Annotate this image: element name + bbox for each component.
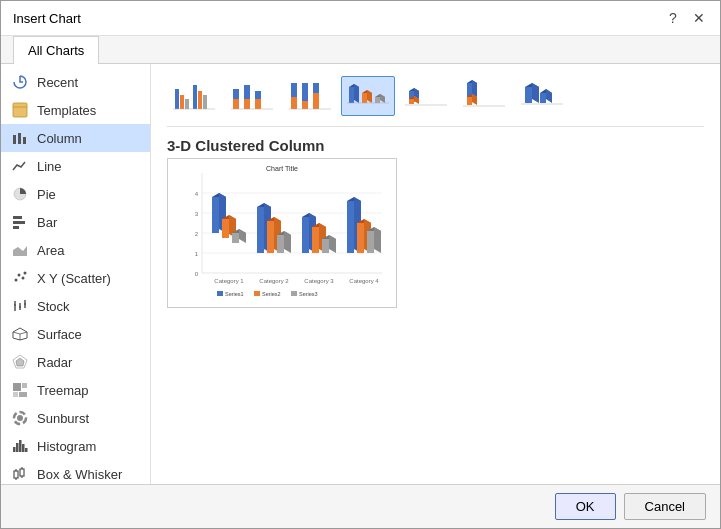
svg-rect-153 [217, 291, 223, 296]
svg-rect-138 [322, 239, 329, 253]
svg-text:Series1: Series1 [225, 291, 244, 297]
svg-rect-157 [291, 291, 297, 296]
sidebar-item-recent[interactable]: Recent [1, 68, 150, 96]
sidebar-label-line: Line [37, 159, 62, 174]
treemap-icon [11, 381, 29, 399]
sidebar-item-stock[interactable]: Stock [1, 292, 150, 320]
selected-chart-section: 3-D Clustered Column 0 1 2 [167, 137, 704, 308]
sidebar-label-bar: Bar [37, 215, 57, 230]
svg-text:4: 4 [195, 191, 199, 197]
svg-rect-35 [25, 448, 28, 452]
svg-rect-58 [244, 85, 250, 99]
svg-rect-34 [22, 444, 25, 452]
svg-rect-147 [367, 231, 374, 253]
ok-button[interactable]: OK [555, 493, 616, 520]
stock-icon [11, 297, 29, 315]
svg-point-29 [17, 415, 23, 421]
svg-point-10 [15, 279, 18, 282]
svg-rect-25 [13, 383, 21, 391]
sidebar-label-templates: Templates [37, 103, 96, 118]
svg-rect-56 [233, 89, 239, 99]
svg-rect-26 [22, 383, 27, 388]
sidebar-item-area[interactable]: Area [1, 236, 150, 264]
sidebar-label-histogram: Histogram [37, 439, 96, 454]
chart-thumb-1[interactable] [225, 76, 279, 116]
chart-preview: 0 1 2 3 4 Chart Title [167, 158, 397, 308]
svg-text:Category 4: Category 4 [349, 278, 379, 284]
sidebar-item-radar[interactable]: Radar [1, 348, 150, 376]
column-icon [11, 129, 29, 147]
dialog-title: Insert Chart [13, 11, 81, 26]
svg-rect-120 [232, 233, 239, 243]
sidebar-item-sunburst[interactable]: Sunburst [1, 404, 150, 432]
sidebar-item-histogram[interactable]: Histogram [1, 432, 150, 460]
templates-icon [11, 101, 29, 119]
sidebar-item-surface[interactable]: Surface [1, 320, 150, 348]
dialog-body: Recent Templates Column [1, 64, 720, 484]
svg-rect-66 [302, 101, 308, 109]
svg-rect-84 [409, 99, 414, 104]
sidebar-item-line[interactable]: Line [1, 152, 150, 180]
content-area: 3-D Clustered Column 0 1 2 [151, 64, 720, 484]
sidebar-label-stock: Stock [37, 299, 70, 314]
svg-rect-91 [467, 97, 472, 105]
svg-rect-129 [277, 235, 284, 253]
chart-thumb-2[interactable] [283, 76, 337, 116]
chart-thumb-4[interactable] [399, 76, 453, 116]
svg-rect-74 [362, 93, 367, 103]
svg-rect-36 [14, 471, 18, 478]
sidebar-label-radar: Radar [37, 355, 72, 370]
svg-rect-64 [291, 97, 297, 109]
svg-rect-54 [203, 95, 207, 109]
svg-text:Category 1: Category 1 [214, 278, 244, 284]
tab-bar: All Charts [1, 36, 720, 64]
svg-text:1: 1 [195, 251, 199, 257]
svg-rect-65 [302, 83, 308, 101]
chart-thumb-5[interactable] [457, 76, 511, 116]
surface-icon [11, 325, 29, 343]
chart-thumb-6[interactable] [515, 76, 569, 116]
radar-icon [11, 353, 29, 371]
svg-rect-77 [375, 97, 380, 103]
chart-thumb-0[interactable] [167, 76, 221, 116]
sidebar-label-surface: Surface [37, 327, 82, 342]
sidebar-item-bar[interactable]: Bar [1, 208, 150, 236]
area-icon [11, 241, 29, 259]
sidebar-item-templates[interactable]: Templates [1, 96, 150, 124]
svg-text:Category 2: Category 2 [259, 278, 289, 284]
svg-rect-144 [357, 223, 364, 253]
tab-all-charts[interactable]: All Charts [13, 36, 99, 64]
svg-text:Chart Title: Chart Title [266, 165, 298, 172]
svg-marker-9 [13, 246, 27, 256]
close-button[interactable]: ✕ [690, 9, 708, 27]
cancel-button[interactable]: Cancel [624, 493, 706, 520]
insert-chart-dialog: Insert Chart ? ✕ All Charts Recent [0, 0, 721, 529]
sidebar-label-recent: Recent [37, 75, 78, 90]
svg-marker-75 [367, 90, 372, 103]
svg-marker-99 [546, 89, 552, 103]
sidebar: Recent Templates Column [1, 64, 151, 484]
svg-rect-50 [180, 95, 184, 109]
chart-thumb-3[interactable] [341, 76, 395, 116]
svg-rect-28 [19, 392, 27, 397]
svg-text:Series2: Series2 [262, 291, 281, 297]
sidebar-item-pie[interactable]: Pie [1, 180, 150, 208]
svg-text:2: 2 [195, 231, 199, 237]
histogram-icon [11, 437, 29, 455]
svg-marker-96 [532, 83, 539, 103]
svg-rect-51 [185, 99, 189, 109]
sidebar-item-treemap[interactable]: Treemap [1, 376, 150, 404]
pie-icon [11, 185, 29, 203]
recent-icon [11, 73, 29, 91]
svg-rect-141 [347, 201, 354, 253]
help-button[interactable]: ? [664, 9, 682, 27]
sidebar-item-box[interactable]: Box & Whisker [1, 460, 150, 484]
dialog-footer: OK Cancel [1, 484, 720, 528]
svg-rect-155 [254, 291, 260, 296]
sidebar-item-column[interactable]: Column [1, 124, 150, 152]
svg-rect-60 [255, 91, 261, 99]
sunburst-icon [11, 409, 29, 427]
svg-rect-61 [255, 99, 261, 109]
sidebar-item-scatter[interactable]: X Y (Scatter) [1, 264, 150, 292]
svg-rect-98 [540, 93, 546, 103]
